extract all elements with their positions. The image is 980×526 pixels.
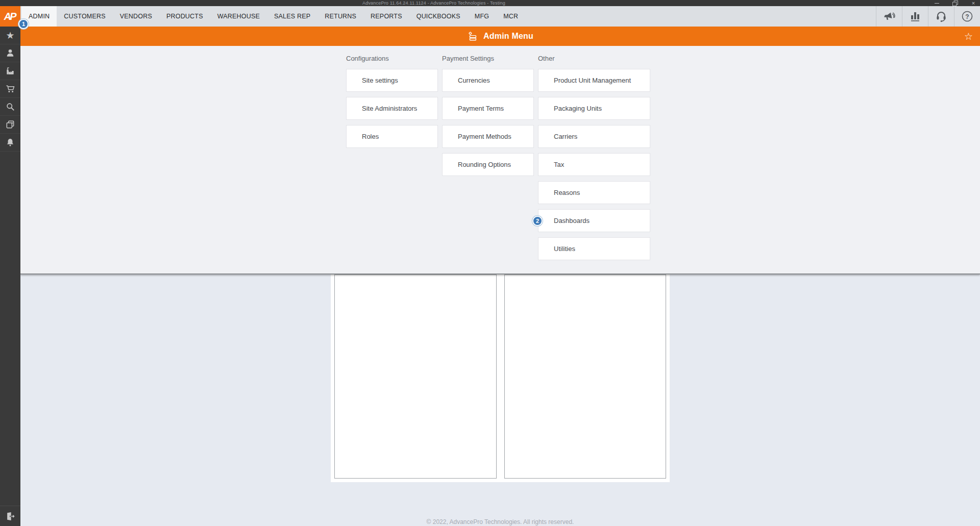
menu-item-customers[interactable]: CUSTOMERS (57, 6, 112, 27)
admin-menu-item-site-settings[interactable]: Site settings (346, 69, 438, 92)
pages-icon (5, 119, 15, 130)
restore-icon (952, 1, 958, 6)
factory-icon (5, 66, 15, 76)
admin-menu-column-configurations: Configurations Site settings Site Admini… (346, 55, 438, 153)
admin-menu-panel: Configurations Site settings Site Admini… (20, 46, 980, 274)
dashboard-panel-right (504, 274, 666, 479)
dashboard-panel-left (334, 274, 497, 479)
admin-menu-item-carriers[interactable]: Carriers (538, 125, 650, 148)
sidebar-item-batch[interactable] (0, 116, 20, 134)
menu-item-quickbooks[interactable]: QUICKBOOKS (409, 6, 468, 27)
sidebar-item-orders[interactable] (0, 80, 20, 98)
column-heading: Configurations (346, 55, 438, 62)
headset-icon (935, 10, 947, 22)
help-button[interactable]: ? (954, 6, 980, 27)
window-controls: × (933, 0, 977, 6)
column-heading: Payment Settings (442, 55, 534, 62)
menu-item-returns[interactable]: RETURNS (317, 6, 363, 27)
titlebar: AdvancePro 11.64.24.11.1124 - AdvancePro… (0, 0, 980, 6)
admin-menu-item-currencies[interactable]: Currencies (442, 69, 534, 92)
admin-menu-column-payment-settings: Payment Settings Currencies Payment Term… (442, 55, 534, 181)
admin-menu-column-other: Other Product Unit Management Packaging … (538, 55, 650, 265)
cart-icon (5, 84, 15, 94)
menubar: ADMIN CUSTOMERS VENDORS PRODUCTS WAREHOU… (0, 6, 980, 27)
star-icon: ★ (6, 31, 14, 40)
admin-menu-item-payment-terms[interactable]: Payment Terms (442, 97, 534, 120)
admin-menu-item-dashboards[interactable]: 2 Dashboards (538, 209, 650, 232)
logo-text: AP (3, 11, 18, 22)
favorite-page-button[interactable]: ☆ (964, 27, 973, 46)
window-title: AdvancePro 11.64.24.11.1124 - AdvancePro… (0, 0, 868, 6)
search-icon (5, 102, 15, 112)
step-badge-1: 1 (18, 19, 29, 29)
admin-menu-item-packaging-units[interactable]: Packaging Units (538, 97, 650, 120)
admin-menu-icon (467, 31, 478, 42)
sidebar-item-notifications[interactable] (0, 134, 20, 152)
megaphone-icon (883, 10, 896, 22)
admin-menu-item-product-unit-management[interactable]: Product Unit Management (538, 69, 650, 92)
advancepro-logo[interactable]: AP (0, 6, 20, 27)
menubar-icon-group: ? (876, 6, 980, 27)
menu-item-label: Dashboards (554, 217, 590, 224)
admin-menu-item-payment-methods[interactable]: Payment Methods (442, 125, 534, 148)
star-outline-icon: ☆ (964, 31, 973, 42)
support-button[interactable] (928, 6, 954, 27)
menu-item-mcr[interactable]: MCR (496, 6, 525, 27)
admin-menu-item-roles[interactable]: Roles (346, 125, 438, 148)
app-window: AdvancePro 11.64.24.11.1124 - AdvancePro… (0, 0, 980, 526)
footer-copyright: © 2022, AdvancePro Technologies. All rig… (20, 518, 980, 526)
announcements-button[interactable] (876, 6, 902, 27)
sidebar-spacer (0, 152, 20, 506)
menu-item-sales-rep[interactable]: SALES REP (267, 6, 317, 27)
menu-item-vendors[interactable]: VENDORS (113, 6, 159, 27)
step-badge-2: 2 (532, 216, 543, 226)
reports-chart-button[interactable] (902, 6, 928, 27)
main-menu: ADMIN CUSTOMERS VENDORS PRODUCTS WAREHOU… (21, 6, 525, 27)
svg-text:?: ? (965, 13, 969, 20)
close-icon: × (972, 0, 975, 6)
admin-menu-item-tax[interactable]: Tax (538, 153, 650, 176)
close-button[interactable]: × (970, 0, 977, 6)
minimize-icon (935, 3, 939, 4)
sidebar-item-vendors[interactable] (0, 62, 20, 80)
admin-menu-item-site-administrators[interactable]: Site Administrators (346, 97, 438, 120)
sidebar-item-customers[interactable] (0, 44, 20, 62)
sidebar-item-search[interactable] (0, 98, 20, 116)
sidebar: AP ★ (0, 6, 20, 526)
minimize-button[interactable] (933, 0, 940, 6)
admin-menu-item-rounding-options[interactable]: Rounding Options (442, 153, 534, 176)
dashboard-container (331, 270, 670, 482)
column-heading: Other (538, 55, 650, 62)
help-icon: ? (961, 10, 973, 22)
page-header: Admin Menu ☆ (20, 27, 980, 46)
menu-item-products[interactable]: PRODUCTS (159, 6, 210, 27)
sidebar-item-logout[interactable] (0, 506, 20, 526)
restore-button[interactable] (951, 0, 959, 6)
menu-item-reports[interactable]: REPORTS (363, 6, 409, 27)
person-icon (5, 48, 15, 58)
sidebar-item-favorites[interactable]: ★ (0, 27, 20, 44)
page-title: Admin Menu (483, 32, 533, 41)
admin-menu-item-reasons[interactable]: Reasons (538, 181, 650, 204)
bar-chart-icon (909, 10, 921, 22)
logout-icon (5, 511, 15, 521)
bell-icon (5, 137, 15, 147)
admin-menu-item-utilities[interactable]: Utilities (538, 237, 650, 260)
menu-item-warehouse[interactable]: WAREHOUSE (210, 6, 267, 27)
menu-item-mfg[interactable]: MFG (468, 6, 496, 27)
